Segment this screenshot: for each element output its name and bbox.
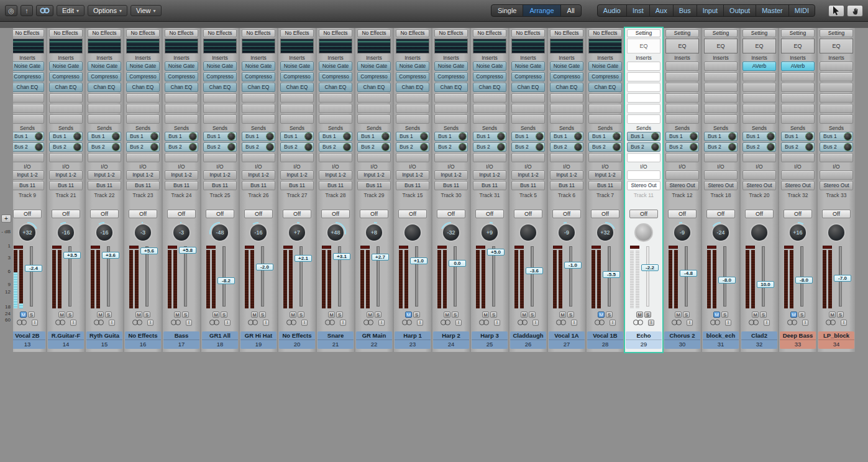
mute-button[interactable]: M xyxy=(559,312,566,318)
input-monitor-button[interactable]: I xyxy=(417,320,423,326)
channel-setting-button[interactable]: No Effects xyxy=(319,29,352,37)
menu-options[interactable]: Options▾ xyxy=(88,5,127,16)
eq-display[interactable] xyxy=(434,39,468,53)
input-monitor-button[interactable]: I xyxy=(571,320,577,326)
send-slot[interactable]: Bus 1 xyxy=(820,132,853,141)
eq-display[interactable] xyxy=(203,39,237,53)
send-slot[interactable]: Bus 2 xyxy=(665,142,699,152)
send-level-knob[interactable] xyxy=(74,133,81,140)
track-name-label[interactable]: GR1 All 18 xyxy=(202,331,238,349)
input-monitor-button[interactable]: I xyxy=(455,320,462,326)
insert-slot[interactable] xyxy=(11,114,44,124)
output-slot[interactable]: Bus 11 xyxy=(49,181,83,190)
send-slot-empty[interactable] xyxy=(550,153,583,162)
input-monitor-button[interactable]: I xyxy=(32,320,38,326)
send-slot[interactable]: Bus 2 xyxy=(165,142,198,152)
menu-edit[interactable]: Edit▾ xyxy=(57,5,85,16)
output-slot[interactable]: Bus 11 xyxy=(511,181,545,190)
input-monitor-button[interactable]: I xyxy=(802,320,808,326)
insert-slot[interactable]: Compresso xyxy=(203,72,237,81)
input-monitor-button[interactable]: I xyxy=(186,320,192,326)
input-slot[interactable]: Input 1-2 xyxy=(511,170,545,180)
automation-mode-button[interactable]: Off xyxy=(360,210,388,218)
stereo-format-icon[interactable] xyxy=(248,320,258,326)
insert-slot[interactable]: Noise Gate xyxy=(165,62,198,71)
insert-slot[interactable]: Compresso xyxy=(357,72,391,81)
input-monitor-button[interactable]: I xyxy=(378,320,385,326)
track-name-label[interactable]: block_ech 31 xyxy=(703,331,739,349)
insert-slot[interactable] xyxy=(820,83,853,92)
insert-slot[interactable] xyxy=(434,114,468,124)
insert-slot[interactable]: Compresso xyxy=(49,72,83,81)
send-slot[interactable]: Bus 1 xyxy=(126,132,160,141)
solo-button[interactable]: S xyxy=(760,312,767,318)
stereo-format-icon[interactable] xyxy=(595,320,605,326)
pan-knob[interactable]: -9 xyxy=(557,223,576,242)
insert-slot[interactable] xyxy=(781,104,815,113)
send-slot[interactable]: Bus 2 xyxy=(820,142,853,152)
automation-mode-button[interactable]: Off xyxy=(552,210,581,218)
input-monitor-button[interactable]: I xyxy=(532,320,539,326)
send-level-knob[interactable] xyxy=(806,133,813,140)
insert-slot[interactable] xyxy=(820,72,853,81)
insert-slot[interactable] xyxy=(49,114,83,124)
send-level-knob[interactable] xyxy=(613,133,620,140)
pan-knob[interactable]: -16 xyxy=(95,223,114,242)
insert-slot[interactable] xyxy=(820,62,853,71)
send-level-knob[interactable] xyxy=(267,144,273,150)
send-level-knob[interactable] xyxy=(382,144,389,150)
send-slot-empty[interactable] xyxy=(781,153,815,162)
stereo-format-icon[interactable] xyxy=(132,320,143,326)
insert-slot[interactable] xyxy=(280,104,314,113)
insert-slot[interactable] xyxy=(627,62,660,71)
stereo-format-icon[interactable] xyxy=(787,320,798,326)
solo-button[interactable]: S xyxy=(221,312,227,318)
output-slot[interactable]: Bus 11 xyxy=(165,181,198,190)
mute-button[interactable]: M xyxy=(367,312,373,318)
stereo-format-icon[interactable] xyxy=(402,320,413,326)
send-slot[interactable]: Bus 1 xyxy=(319,132,352,141)
fader-value-badge[interactable]: +2.1 xyxy=(295,255,312,262)
solo-button[interactable]: S xyxy=(259,312,266,318)
send-slot-empty[interactable] xyxy=(742,153,776,162)
insert-slot[interactable]: Chan EQ xyxy=(319,83,352,92)
input-slot[interactable] xyxy=(704,170,738,180)
send-slot-empty[interactable] xyxy=(627,153,660,162)
send-slot[interactable]: Bus 1 xyxy=(781,132,815,141)
insert-slot[interactable] xyxy=(165,114,198,124)
output-slot[interactable]: Bus 11 xyxy=(396,181,429,190)
insert-slot[interactable] xyxy=(588,114,622,124)
send-level-knob[interactable] xyxy=(190,133,196,140)
stereo-format-icon[interactable] xyxy=(556,320,567,326)
insert-slot[interactable] xyxy=(742,104,776,113)
fader-value-badge[interactable]: -3.6 xyxy=(526,267,543,274)
insert-slot[interactable]: Chan EQ xyxy=(396,83,429,92)
output-slot[interactable]: Bus 11 xyxy=(242,181,275,190)
fader-track[interactable] xyxy=(646,246,649,307)
filter-aux-button[interactable]: Aux xyxy=(650,5,674,16)
eq-display[interactable] xyxy=(357,39,391,53)
automation-mode-button[interactable]: Off xyxy=(437,210,465,218)
insert-slot[interactable] xyxy=(473,93,506,103)
channel-setting-button[interactable]: Setting xyxy=(742,29,776,37)
insert-slot[interactable] xyxy=(242,114,275,124)
eq-display[interactable] xyxy=(511,39,545,53)
output-slot[interactable]: Bus 11 xyxy=(550,181,583,190)
mute-button[interactable]: M xyxy=(790,312,797,318)
insert-slot[interactable] xyxy=(357,114,391,124)
automation-mode-button[interactable]: Off xyxy=(745,210,774,218)
send-slot-empty[interactable] xyxy=(511,153,545,162)
solo-button[interactable]: S xyxy=(606,312,613,318)
solo-button[interactable]: S xyxy=(644,312,651,318)
insert-slot[interactable] xyxy=(742,72,776,81)
send-slot[interactable]: Bus 2 xyxy=(434,142,468,152)
automation-mode-button[interactable]: Off xyxy=(52,210,80,218)
fader-value-badge[interactable]: -2.0 xyxy=(256,264,273,270)
output-slot[interactable]: Stereo Out xyxy=(665,181,699,190)
send-level-knob[interactable] xyxy=(382,133,389,140)
send-slot[interactable]: Bus 1 xyxy=(165,132,198,141)
send-slot[interactable]: Bus 2 xyxy=(396,142,429,152)
send-level-knob[interactable] xyxy=(652,133,659,140)
eq-display[interactable]: EQ xyxy=(627,39,660,53)
view-single-button[interactable]: Single xyxy=(491,5,524,16)
